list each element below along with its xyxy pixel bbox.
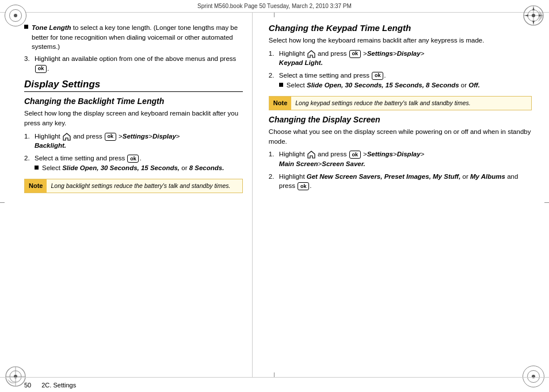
home-icon-2 — [307, 50, 315, 58]
footer-chapter: 2C. Settings — [41, 382, 76, 389]
note-box-left: Note Long backlight settings reduce the … — [24, 179, 243, 193]
tone-length-label: Tone Length — [32, 24, 71, 31]
highlight-word-3: Highlight — [279, 151, 305, 157]
keypad-intro: Select how long the keyboard remains bac… — [269, 36, 532, 45]
display-settings-title: Display Settings — [24, 79, 243, 92]
keypad-step2-content: Select a time setting and press ok. Sele… — [279, 71, 532, 91]
display-screen-intro: Choose what you see on the display scree… — [269, 127, 532, 146]
page-container: Sprint M560.book Page 50 Tuesday, March … — [0, 0, 549, 392]
sub-bullet-square — [35, 166, 39, 170]
home-icon-1 — [63, 133, 71, 141]
keypad-step1-path2: Keypad Light. — [279, 59, 323, 66]
step3-item: 3. Highlight an available option from on… — [24, 54, 243, 73]
keypad-step2-num: 2. — [269, 71, 279, 80]
backlight-intro: Select how long the display screen and k… — [24, 109, 243, 128]
home-icon-3 — [307, 151, 315, 159]
note-content-right: Long keypad settings reduce the battery'… — [291, 97, 474, 110]
note-label-left: Note — [25, 179, 47, 193]
keypad-step1: 1. Highlight and press ok >Settings>Disp… — [269, 49, 532, 68]
keypad-step1-mid: and press — [318, 50, 347, 57]
step3-num: 3. — [24, 54, 35, 64]
display-screen-title: Changing the Display Screen — [269, 115, 532, 124]
ok-button-display-2: ok — [298, 182, 309, 190]
ok-button-keypad-1: ok — [349, 50, 361, 58]
page-header: Sprint M560.book Page 50 Tuesday, March … — [0, 0, 549, 13]
footer-page-num: 50 — [24, 382, 31, 389]
keypad-sub-text: Select Slide Open, 30 Seconds, 15 Second… — [287, 80, 480, 90]
display-step2-text-start: Highlight — [279, 173, 305, 180]
display-step2-content: Highlight Get New Screen Savers, Preset … — [279, 172, 532, 191]
note-box-right: Note Long keypad settings reduce the bat… — [269, 96, 532, 110]
backlight-step1: 1. Highlight and press ok >Settings>Disp… — [24, 132, 243, 151]
display-step2: 2. Highlight Get New Screen Savers, Pres… — [269, 172, 532, 191]
keypad-step1-path: >Settings>Display> — [363, 50, 424, 57]
svg-marker-16 — [308, 151, 315, 158]
highlight-word-1: Highlight — [35, 133, 60, 140]
keypad-step2: 2. Select a time setting and press ok. S… — [269, 71, 532, 91]
display-step2-period: . — [310, 182, 311, 189]
right-column: Changing the Keypad Time Length Select h… — [253, 13, 549, 377]
keypad-step2-text: Select a time setting and press — [279, 72, 369, 79]
keypad-step2-period: . — [384, 72, 386, 79]
svg-marker-4 — [532, 7, 535, 10]
backlight-sub-text: Select Slide Open, 30 Seconds, 15 Second… — [42, 163, 224, 173]
note-content-left: Long backlight settings reduce the batte… — [47, 179, 234, 193]
keypad-step1-num: 1. — [269, 49, 279, 59]
step3-text: Highlight an available option from one o… — [35, 55, 236, 62]
backlight-step2-content: Select a time setting and press ok. Sele… — [35, 153, 243, 174]
left-column: Tone Length to select a key tone length.… — [0, 13, 253, 377]
display-step1: 1. Highlight and press ok >Settings>Disp… — [269, 149, 532, 168]
page-footer: 50 2C. Settings — [0, 377, 549, 392]
note-label-right: Note — [269, 97, 291, 110]
display-step1-path2: Main Screen>Screen Saver. — [279, 160, 365, 167]
backlight-sub-bullet: Select Slide Open, 30 Seconds, 15 Second… — [35, 163, 243, 173]
step3-period: . — [47, 65, 49, 72]
tone-length-bullet: Tone Length to select a key tone length.… — [24, 23, 243, 52]
backlight-step2-text: Select a time setting and press — [35, 155, 125, 162]
backlight-title: Changing the Backlight Time Length — [24, 97, 243, 106]
keypad-step1-content: Highlight and press ok >Settings>Display… — [279, 49, 532, 68]
display-step1-content: Highlight and press ok >Settings>Display… — [279, 149, 532, 168]
keypad-sub-bullet: Select Slide Open, 30 Seconds, 15 Second… — [279, 80, 532, 90]
backlight-step2-period: . — [139, 155, 141, 162]
display-step1-path: >Settings>Display> — [363, 151, 424, 157]
display-step2-num: 2. — [269, 172, 279, 182]
display-step1-mid: and press — [318, 151, 347, 157]
backlight-step1-path: >Settings>Display> — [119, 133, 180, 140]
content-area: Tone Length to select a key tone length.… — [0, 13, 549, 377]
backlight-step1-content: Highlight and press ok >Settings>Display… — [35, 132, 243, 151]
highlight-word-2: Highlight — [279, 50, 305, 57]
ok-button-step3: ok — [35, 65, 47, 73]
keypad-sub-bullet-square — [279, 83, 283, 87]
ok-button-backlight-2: ok — [127, 155, 139, 163]
bullet-square-icon — [24, 25, 28, 29]
ok-button-keypad-2: ok — [372, 72, 383, 80]
ok-button-display-1: ok — [349, 151, 361, 159]
backlight-step1-mid: and press — [73, 133, 102, 140]
backlight-step1-path2: Backlight. — [35, 142, 66, 149]
tone-length-text: Tone Length to select a key tone length.… — [32, 23, 243, 52]
header-text: Sprint M560.book Page 50 Tuesday, March … — [197, 3, 352, 9]
backlight-step1-num: 1. — [24, 132, 35, 141]
display-step2-options: Get New Screen Savers, Preset Images, My… — [279, 173, 518, 190]
step3-content: Highlight an available option from one o… — [35, 54, 243, 73]
backlight-step2: 2. Select a time setting and press ok. S… — [24, 153, 243, 174]
svg-marker-14 — [63, 133, 70, 140]
svg-marker-15 — [308, 51, 315, 57]
display-step1-num: 1. — [269, 149, 279, 159]
ok-button-backlight-1: ok — [105, 133, 116, 141]
keypad-title: Changing the Keypad Time Length — [269, 23, 532, 33]
backlight-step2-num: 2. — [24, 153, 35, 163]
